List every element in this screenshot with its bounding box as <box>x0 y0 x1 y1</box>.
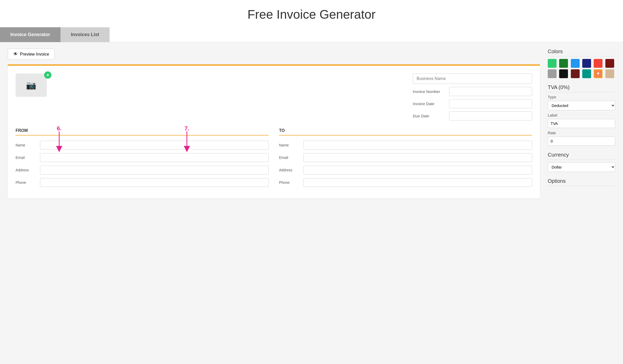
from-name-label: Name <box>16 143 36 147</box>
due-date-row: Due Date <box>413 111 532 120</box>
currency-select[interactable]: Dollar Euro Pound <box>548 162 615 172</box>
color-swatch-gray[interactable] <box>548 69 557 78</box>
to-email-label: Email <box>279 156 300 160</box>
logo-placeholder: 📷 <box>16 73 47 97</box>
from-header: FROM <box>16 128 269 136</box>
tva-label-input[interactable] <box>548 119 615 128</box>
from-name-row: Name <box>16 141 269 150</box>
invoice-date-input[interactable] <box>449 99 532 108</box>
from-phone-input[interactable] <box>40 178 269 187</box>
from-to-section: FROM Name Email Address <box>16 128 532 191</box>
add-logo-button[interactable]: + <box>44 71 51 79</box>
label-label: Label <box>548 113 615 117</box>
invoice-date-row: Invoice Date <box>413 99 532 108</box>
tva-title: TVA (0%) <box>548 84 615 92</box>
page-title: Free Invoice Generator <box>0 0 623 27</box>
camera-icon: 📷 <box>26 80 36 90</box>
type-select[interactable]: Deducted Added None <box>548 101 615 110</box>
to-name-row: Name <box>279 141 532 150</box>
from-email-row: Email <box>16 153 269 162</box>
from-phone-row: Phone <box>16 178 269 187</box>
color-swatch-red-dark[interactable] <box>605 59 614 68</box>
to-phone-input[interactable] <box>303 178 532 187</box>
type-label: Type <box>548 95 615 99</box>
color-swatch-red[interactable] <box>594 59 602 68</box>
color-swatch-green-light[interactable] <box>548 59 557 68</box>
currency-title: Currency <box>548 152 615 160</box>
tab-generator[interactable]: Invoice Generator <box>0 27 60 42</box>
color-swatch-black[interactable] <box>559 69 568 78</box>
options-title: Options <box>548 178 615 186</box>
color-swatch-teal[interactable] <box>582 69 591 78</box>
from-email-input[interactable] <box>40 153 269 162</box>
color-swatch-green-dark[interactable] <box>559 59 568 68</box>
colors-grid: ▼ <box>548 59 615 78</box>
from-address-row: Address <box>16 166 269 174</box>
to-email-row: Email <box>279 153 532 162</box>
from-email-label: Email <box>16 156 36 160</box>
color-swatch-blue-light[interactable] <box>571 59 580 68</box>
from-address-label: Address <box>16 168 36 172</box>
invoice-fields-right: Invoice Number Invoice Date Due Date <box>413 73 532 120</box>
invoice-number-label: Invoice Number <box>413 89 446 94</box>
tabs-bar: Invoice Generator Invoices List <box>0 27 623 42</box>
to-phone-row: Phone <box>279 178 532 187</box>
invoice-number-row: Invoice Number <box>413 87 532 96</box>
to-name-label: Name <box>279 143 300 147</box>
from-address-input[interactable] <box>40 166 269 174</box>
annotation-6: 6. <box>54 126 64 152</box>
from-name-input[interactable] <box>40 141 269 150</box>
due-date-label: Due Date <box>413 114 446 118</box>
from-block: FROM Name Email Address <box>16 128 269 191</box>
colors-section: Colors ▼ <box>548 49 615 78</box>
business-name-input[interactable] <box>413 73 532 84</box>
invoice-card: 📷 + Invoice Number Invoice Date <box>8 64 540 198</box>
to-phone-label: Phone <box>279 180 300 185</box>
to-header: TO <box>279 128 532 136</box>
to-address-label: Address <box>279 168 300 172</box>
invoice-number-input[interactable] <box>449 87 532 96</box>
logo-area: 📷 + <box>16 73 49 99</box>
sidebar: Colors ▼ TVA (0%) <box>548 49 615 192</box>
color-swatch-orange[interactable]: ▼ <box>594 69 602 78</box>
from-phone-label: Phone <box>16 180 36 185</box>
to-email-input[interactable] <box>303 153 532 162</box>
rate-label: Rate <box>548 131 615 135</box>
preview-invoice-label: Preview Invoice <box>20 52 49 57</box>
colors-title: Colors <box>548 49 615 56</box>
to-address-input[interactable] <box>303 166 532 174</box>
color-swatch-brown-dark[interactable] <box>571 69 580 78</box>
to-name-input[interactable] <box>303 141 532 150</box>
annotation-7: 7. <box>182 126 192 152</box>
tva-rate-input[interactable] <box>548 137 615 146</box>
color-swatch-tan[interactable] <box>605 69 614 78</box>
preview-invoice-button[interactable]: 👁 Preview Invoice <box>8 49 55 60</box>
options-section: Options <box>548 178 615 186</box>
to-block: TO Name Email Address <box>279 128 532 191</box>
invoice-area: 👁 Preview Invoice 📷 + Invoice Number <box>8 49 540 198</box>
due-date-input[interactable] <box>449 111 532 120</box>
eye-icon: 👁 <box>13 51 18 57</box>
invoice-date-label: Invoice Date <box>413 102 446 106</box>
currency-section: Currency Dollar Euro Pound <box>548 152 615 172</box>
color-swatch-blue-dark[interactable] <box>582 59 591 68</box>
tva-section: TVA (0%) Type Deducted Added None Label … <box>548 84 615 146</box>
tab-list[interactable]: Invoices List <box>60 27 110 42</box>
to-address-row: Address <box>279 166 532 174</box>
